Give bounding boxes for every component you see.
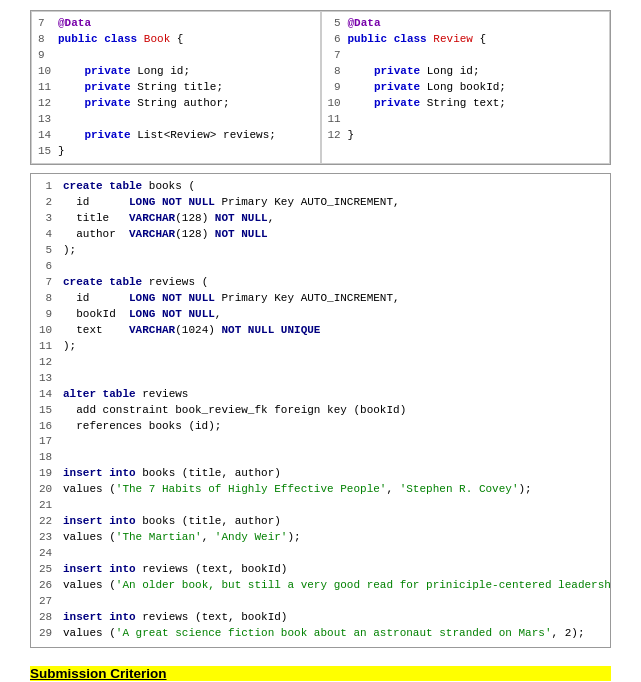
review-class-panel: 5@Data 6public class Review { 7 8 privat… xyxy=(321,11,611,164)
sql-code-block: 1create table books ( 2 id LONG NOT NULL… xyxy=(30,173,611,647)
java-code-section: 7@Data 8public class Book { 9 10 private… xyxy=(30,10,611,165)
book-class-panel: 7@Data 8public class Book { 9 10 private… xyxy=(31,11,321,164)
submission-criterion-title: Submission Criterion xyxy=(30,666,611,681)
